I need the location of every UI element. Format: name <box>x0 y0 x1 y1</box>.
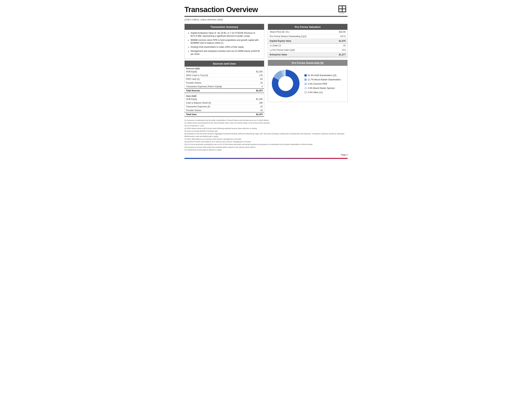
footnote-10: (10) Inclusive of current HUB vested and… <box>184 146 348 148</box>
bullet-4: Management and employee incentive earn-o… <box>191 50 261 56</box>
table-row: HUB Equity $1,200 <box>185 97 264 101</box>
footnote-9: (9) Pro Forma ownership excluding the ea… <box>184 143 348 146</box>
page-number: Page 4 <box>341 154 348 156</box>
table-row: HUB Equity $1,200 <box>185 70 264 74</box>
footnote-3: (3) As of February 2, 2022 <box>184 124 348 127</box>
valuation-section: Pro Forma Valuation Share Price ($ / sh.… <box>268 24 348 57</box>
table-row: Transaction Expenses (Paid in Equity) 4 <box>185 85 264 88</box>
footnotes: (1) Assumes no redemptions by the public… <box>184 119 348 151</box>
legend-dot-hub <box>304 74 307 76</box>
uses-total-row: Total Uses $1,473 <box>185 112 264 116</box>
valuation-table: Share Price ($ / sh.) $10.00 Pro Forma S… <box>268 30 347 57</box>
page-title: Transaction Overview <box>184 5 258 14</box>
transaction-summary-header: Transaction Summary <box>185 24 264 30</box>
page-footer: Page 4 <box>184 154 348 156</box>
bullet-1: Implied Enterprise Value of ~$1.28 Bn, o… <box>191 32 261 38</box>
footnote-4: (4) PIPE shares issued at $10.00 per sha… <box>184 127 348 130</box>
footer-bar <box>184 158 348 159</box>
right-column: Pro Forma Valuation Share Price ($ / sh.… <box>268 24 348 117</box>
sources-label-row: Sources (1)(2) <box>185 67 264 70</box>
sources-uses-header: Sources and Uses <box>185 61 264 67</box>
transaction-summary-section: Transaction Summary Implied Enterprise V… <box>184 24 264 59</box>
legend-item-pipe: 3.4% Common PIPE <box>304 83 341 85</box>
valuation-header: Pro Forma Valuation <box>268 24 347 30</box>
footnote-8: (8) Inclusive of HUB's cash balance as o… <box>184 141 348 143</box>
table-row: Founder Shares 43 <box>185 109 264 113</box>
hub-logo: HUB <box>337 5 348 14</box>
ownership-content: 81.3% HUB Shareholders (10) 11.7% Mount … <box>268 66 347 102</box>
table-row: Cash to Balance Sheet (5) 198 <box>185 101 264 105</box>
table-row: Pro Forma Shares Outstanding (1)(2) 147.… <box>268 34 347 39</box>
legend-item-rainier: 11.7% Mount Rainier Shareholders <box>304 78 341 81</box>
bullet-2: $50MM common stock PIPE to fund acquisit… <box>191 39 261 45</box>
legend-dot-sponsor <box>304 87 307 89</box>
table-row: (+) Debt (7) 15 <box>268 43 347 48</box>
bullet-3: Existing HUB shareholders to retain 100%… <box>191 46 261 48</box>
legend-label-pipe: 3.4% Common PIPE <box>308 83 327 85</box>
ownership-legend: 81.3% HUB Shareholders (10) 11.7% Mount … <box>304 74 341 94</box>
footnote-11: (11) Represents amount paid to advisors … <box>184 149 348 151</box>
legend-label-rainier: 11.7% Mount Rainier Shareholders <box>308 78 341 81</box>
legend-dot-rainier <box>304 79 307 81</box>
legend-item-other: 0.3% Other (11) <box>304 91 341 94</box>
table-row: (-) Pro Forma Cash (1)(8) 213 <box>268 48 347 52</box>
ownership-header: Pro Forma Ownership (9) <box>268 60 347 66</box>
transaction-summary-bullets: Implied Enterprise Value of ~$1.28 Bn, o… <box>185 30 264 58</box>
table-row: Share Price ($ / sh.) $10.00 <box>268 30 347 34</box>
table-row: PIPE Cash (4) 50 <box>185 77 264 81</box>
footnote-1: (1) Assumes no redemptions by the public… <box>184 119 348 122</box>
left-column: Transaction Summary Implied Enterprise V… <box>184 24 264 117</box>
page-header: Transaction Overview HUB <box>184 5 348 17</box>
legend-item-hub: 81.3% HUB Shareholders (10) <box>304 74 341 77</box>
footnote-2: (2) Values shown assuming $10.00 per Mou… <box>184 122 348 124</box>
table-row: SPAC Cash in Trust (3) 176 <box>185 73 264 77</box>
footnote-7: (7) Hub's debt balance as of January 202… <box>184 138 348 140</box>
table-row: Transaction Expenses (6) 32 <box>185 105 264 109</box>
sources-uses-table: Sources (1)(2) HUB Equity $1,200 SPAC Ca… <box>185 67 264 117</box>
enterprise-value-row: Enterprise Value $1,277 <box>268 52 347 57</box>
legend-dot-pipe <box>304 83 307 85</box>
donut-chart <box>270 67 302 100</box>
ownership-section: Pro Forma Ownership (9) <box>268 60 348 102</box>
legend-dot-other <box>304 91 307 94</box>
sources-uses-section: Sources and Uses Sources (1)(2) HUB Equi… <box>184 60 264 117</box>
legend-item-sponsor: 3.3% Mount Rainier Sponsor <box>304 87 341 89</box>
main-content: Transaction Summary Implied Enterprise V… <box>184 24 348 117</box>
implied-equity-value-row: Implied Equity Value $1,475 <box>268 39 347 43</box>
uses-label-row: Uses (1)(2) <box>185 94 264 97</box>
svg-point-5 <box>280 78 291 89</box>
subtitle: (US$ in millions, unless otherwise noted… <box>184 19 348 21</box>
sources-total-row: Total Sources $1,473 <box>185 88 264 93</box>
legend-label-other: 0.3% Other (11) <box>308 91 323 94</box>
footnote-5: (5) Does not include $14MM of existing c… <box>184 130 348 132</box>
table-row: Founder Shares 43 <box>185 81 264 85</box>
footnote-6: (6) Estimate of Hub and Mount Rainier's … <box>184 133 348 138</box>
legend-label-hub: 81.3% HUB Shareholders (10) <box>308 74 336 77</box>
legend-label-sponsor: 3.3% Mount Rainier Sponsor <box>308 87 335 89</box>
